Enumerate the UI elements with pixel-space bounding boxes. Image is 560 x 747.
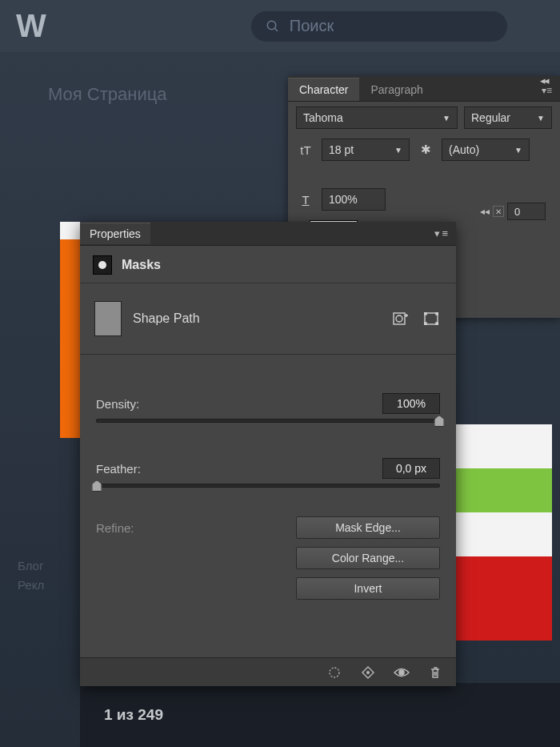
canvas-edge-right	[456, 424, 552, 641]
font-style-value: Regular	[471, 111, 510, 124]
vk-logo-icon: W	[16, 8, 43, 44]
tracking-dropdown[interactable]: 0	[507, 203, 546, 220]
chevron-down-icon: ▼	[442, 114, 450, 122]
chevron-down-icon: ▼	[537, 114, 545, 122]
properties-panel-header: Properties ▾≡	[80, 222, 456, 246]
slider-knob[interactable]	[434, 416, 445, 427]
add-vector-mask-icon[interactable]	[421, 310, 442, 327]
load-selection-icon[interactable]	[326, 665, 342, 680]
search-placeholder: Поиск	[290, 17, 334, 35]
vk-search-input[interactable]: Поиск	[251, 11, 507, 42]
mask-thumbnail[interactable]	[94, 301, 122, 336]
font-size-value: 18 pt	[329, 143, 354, 156]
svg-point-13	[399, 670, 404, 675]
feather-value-input[interactable]: 0,0 px	[382, 458, 440, 479]
font-family-value: Tahoma	[303, 111, 343, 124]
density-field: Density: 100%	[96, 393, 440, 414]
shape-path-label: Shape Path	[133, 311, 200, 326]
vk-link-ads[interactable]: Рекл	[18, 576, 44, 595]
tracking-value: 0	[514, 206, 520, 218]
invert-button[interactable]: Invert	[296, 577, 440, 600]
scale-input[interactable]: 100%	[322, 188, 386, 211]
svg-rect-10	[436, 323, 438, 325]
font-size-icon: tT	[296, 143, 315, 157]
mask-edge-button[interactable]: Mask Edge...	[296, 516, 440, 539]
properties-panel-footer	[80, 657, 456, 686]
panel-collapse-mini-icon[interactable]: ◂◂	[480, 206, 490, 217]
chevron-down-icon: ▼	[514, 146, 522, 155]
feather-label: Feather:	[96, 462, 141, 476]
font-style-dropdown[interactable]: Regular ▼	[464, 106, 552, 129]
scale-value: 100%	[329, 193, 358, 206]
chevron-down-icon: ▼	[394, 146, 402, 155]
delete-mask-icon[interactable]	[427, 665, 443, 680]
color-range-button[interactable]: Color Range...	[296, 547, 440, 569]
shape-path-row: Shape Path	[80, 283, 456, 355]
underline-icon: T	[296, 193, 315, 207]
panel-menu-icon[interactable]: ▾≡	[426, 227, 456, 239]
apply-mask-icon[interactable]	[360, 665, 376, 680]
character-panel-tabs: Character Paragraph ▾≡	[288, 76, 560, 102]
vk-header: W Поиск	[0, 0, 560, 52]
font-size-dropdown[interactable]: 18 pt ▼	[322, 139, 410, 161]
properties-panel: Properties ▾≡ Masks Shape Path Density: …	[80, 222, 456, 686]
svg-line-1	[274, 28, 278, 31]
toggle-visibility-icon[interactable]	[394, 665, 410, 680]
photo-counter: 1 из 249	[104, 706, 163, 724]
svg-point-11	[330, 668, 339, 677]
svg-point-3	[396, 315, 402, 322]
density-label: Density:	[96, 397, 139, 411]
panel-collapse-icon[interactable]: ◂◂	[540, 74, 548, 86]
feather-slider[interactable]	[96, 484, 440, 488]
vk-photo-viewer-bar: 1 из 249	[80, 683, 560, 747]
canvas-edge-left	[60, 222, 80, 670]
svg-point-12	[366, 671, 370, 674]
svg-rect-2	[394, 313, 405, 324]
refine-section: Refine: Mask Edge... Color Range... Inve…	[96, 516, 440, 600]
refine-label: Refine:	[96, 516, 134, 600]
svg-rect-7	[424, 312, 426, 315]
add-pixel-mask-icon[interactable]	[390, 310, 411, 327]
density-slider[interactable]	[96, 419, 440, 423]
density-value-input[interactable]: 100%	[382, 393, 440, 414]
masks-label: Masks	[122, 258, 161, 272]
feather-field: Feather: 0,0 px	[96, 458, 440, 479]
masks-section-header: Masks	[80, 246, 456, 283]
leading-icon: ✱	[416, 143, 435, 157]
vk-link-blog[interactable]: Блог	[18, 556, 44, 576]
svg-point-0	[267, 21, 276, 30]
tab-character[interactable]: Character	[288, 78, 359, 101]
svg-rect-8	[436, 312, 438, 315]
slider-knob[interactable]	[92, 480, 102, 492]
search-icon	[266, 19, 280, 34]
leading-value: (Auto)	[449, 143, 479, 156]
svg-rect-9	[424, 323, 426, 325]
leading-dropdown[interactable]: (Auto) ▼	[442, 139, 530, 161]
panel-close-icon[interactable]: ✕	[493, 206, 504, 217]
tab-paragraph[interactable]: Paragraph	[359, 78, 434, 101]
vk-sidebar-links: Блог Рекл	[18, 556, 44, 595]
properties-tab[interactable]: Properties	[80, 223, 150, 244]
mask-mode-icon[interactable]	[93, 255, 112, 275]
font-family-dropdown[interactable]: Tahoma ▼	[296, 106, 458, 129]
